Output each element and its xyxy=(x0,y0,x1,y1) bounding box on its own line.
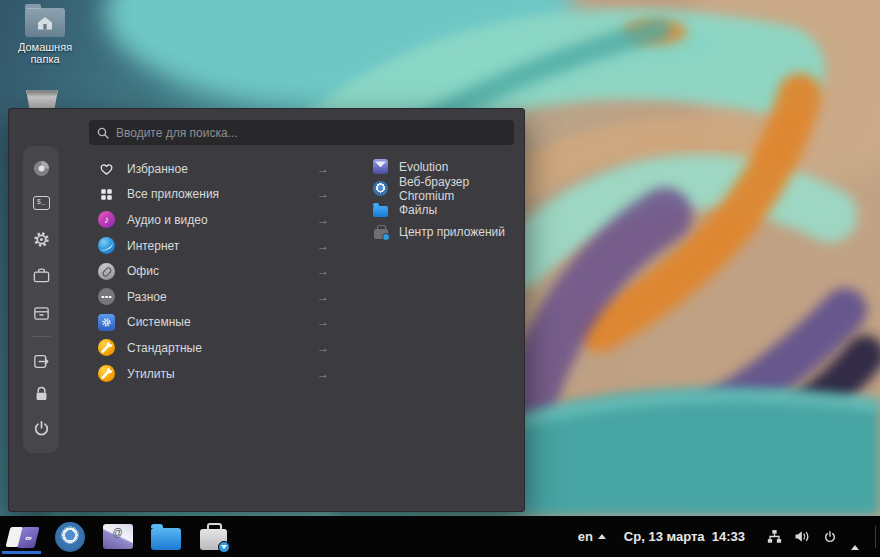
arrow-right-icon: → xyxy=(317,162,329,176)
arrow-right-icon: → xyxy=(317,315,329,329)
taskbar-launchers: ∞ @ xyxy=(0,520,229,554)
briefcase-badge-icon xyxy=(373,225,388,239)
blue-folder-icon xyxy=(151,528,181,550)
taskbar-app-menu-button[interactable]: ∞ xyxy=(6,520,37,554)
active-indicator xyxy=(2,551,41,554)
category-label: Утилиты xyxy=(127,367,175,381)
category-misc[interactable]: Разное → xyxy=(93,284,333,310)
download-badge-icon xyxy=(218,541,230,553)
app-label: Центр приложений xyxy=(399,225,505,239)
arrow-right-icon: → xyxy=(317,367,329,381)
evolution-mail-icon xyxy=(373,159,388,174)
category-label: Избранное xyxy=(127,162,188,176)
app-chromium[interactable]: Веб-браузер Chromium xyxy=(367,178,519,200)
desktop-icon-home-folder[interactable]: Домашняя папка xyxy=(4,8,86,65)
favorites-list: Evolution Веб-браузер Chromium Файлы Цен… xyxy=(367,156,519,243)
arrow-right-icon: → xyxy=(317,341,329,355)
category-label: Офис xyxy=(127,264,159,278)
category-label: Системные xyxy=(127,315,191,329)
home-folder-icon xyxy=(25,8,65,37)
arrow-right-icon: → xyxy=(317,239,329,253)
category-label: Все приложения xyxy=(127,187,219,201)
category-audio-video[interactable]: ♪ Аудио и видео → xyxy=(93,207,333,233)
category-list: Избранное → Все приложения → ♪ Аудио и в… xyxy=(93,156,333,386)
chromium-icon xyxy=(55,522,85,552)
search-box xyxy=(89,120,514,145)
category-utilities[interactable]: Утилиты → xyxy=(93,361,333,387)
chevron-up-icon xyxy=(598,534,606,539)
arrow-right-icon: → xyxy=(317,264,329,278)
terminal-icon[interactable]: $_ xyxy=(31,193,51,213)
wrench-icon xyxy=(98,339,115,356)
chromium-icon xyxy=(373,181,388,196)
menu-sidebar: $_ xyxy=(23,146,59,453)
keyboard-layout-label: en xyxy=(578,529,593,544)
app-grid-icon xyxy=(98,186,115,203)
mail-envelope-icon: @ xyxy=(103,524,133,549)
software-center-icon[interactable] xyxy=(31,265,51,285)
app-label: Файлы xyxy=(399,203,437,217)
dots-icon xyxy=(98,288,115,305)
category-all-applications[interactable]: Все приложения → xyxy=(93,182,333,208)
system-tray: en Ср, 13 марта 14:33 xyxy=(578,526,880,548)
search-icon xyxy=(97,127,109,139)
globe-icon xyxy=(98,237,115,254)
category-label: Разное xyxy=(127,290,167,304)
terminal-glyph: $_ xyxy=(37,198,45,206)
app-label: Evolution xyxy=(399,160,448,174)
show-desktop-divider[interactable] xyxy=(875,526,876,548)
category-system[interactable]: Системные → xyxy=(93,310,333,336)
category-label: Интернет xyxy=(127,239,179,253)
arrow-right-icon: → xyxy=(317,213,329,227)
clock[interactable]: Ср, 13 марта 14:33 xyxy=(624,529,745,544)
app-label: Веб-браузер Chromium xyxy=(399,175,519,203)
heart-icon xyxy=(98,160,115,177)
application-menu: $_ xyxy=(8,108,525,512)
music-note-icon: ♪ xyxy=(98,211,115,228)
category-office[interactable]: Офис → xyxy=(93,258,333,284)
system-gear-icon xyxy=(98,314,115,331)
app-files[interactable]: Файлы xyxy=(367,200,519,222)
arrow-right-icon: → xyxy=(317,187,329,201)
distro-logo-icon: ∞ xyxy=(7,525,37,549)
tray-expand-button[interactable] xyxy=(849,526,861,548)
infinity-glyph: ∞ xyxy=(24,532,33,542)
taskbar-evolution-launcher[interactable]: @ xyxy=(102,520,133,554)
wrench-icon xyxy=(98,365,115,382)
taskbar-files-launcher[interactable] xyxy=(150,520,181,554)
taskbar-chromium-launcher[interactable] xyxy=(54,520,85,554)
home-folder-label: Домашняя папка xyxy=(4,41,86,65)
briefcase-icon xyxy=(200,529,227,550)
house-icon xyxy=(33,15,57,30)
power-icon[interactable] xyxy=(821,528,839,546)
taskbar: ∞ @ en Ср, 13 марта 14:33 xyxy=(0,516,880,557)
power-icon[interactable] xyxy=(31,418,51,438)
app-software-center[interactable]: Центр приложений xyxy=(367,221,519,243)
category-favorites[interactable]: Избранное → xyxy=(93,156,333,182)
paperclip-icon xyxy=(98,263,115,280)
blue-folder-icon xyxy=(373,203,388,217)
category-label: Аудио и видео xyxy=(127,213,208,227)
category-label: Стандартные xyxy=(127,341,202,355)
volume-icon[interactable] xyxy=(793,528,811,546)
lock-icon[interactable] xyxy=(31,383,51,403)
web-browser-icon[interactable] xyxy=(31,158,51,178)
network-icon[interactable] xyxy=(765,528,783,546)
logout-icon[interactable] xyxy=(31,351,51,371)
sidebar-divider xyxy=(31,336,51,337)
settings-gear-icon[interactable] xyxy=(31,229,51,249)
search-input[interactable] xyxy=(116,126,506,140)
category-accessories[interactable]: Стандартные → xyxy=(93,335,333,361)
category-internet[interactable]: Интернет → xyxy=(93,233,333,259)
keyboard-layout-indicator[interactable]: en xyxy=(578,529,606,544)
taskbar-software-center-launcher[interactable] xyxy=(198,520,229,554)
archive-icon[interactable] xyxy=(31,303,51,323)
arrow-right-icon: → xyxy=(317,290,329,304)
